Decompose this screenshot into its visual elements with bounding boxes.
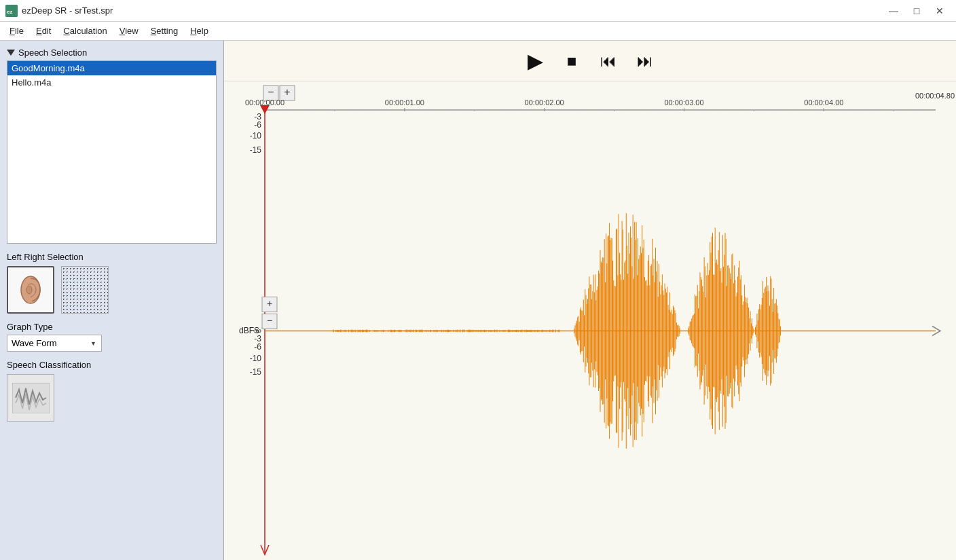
- ear-options: [7, 266, 217, 314]
- maximize-button[interactable]: □: [906, 3, 927, 19]
- graph-type-label: Graph Type: [7, 322, 217, 332]
- menu-calculation[interactable]: Calculation: [58, 24, 112, 38]
- menu-edit[interactable]: Edit: [31, 24, 56, 38]
- svg-point-3: [26, 286, 32, 294]
- speech-item-goodmorning[interactable]: GoodMorning.m4a: [7, 61, 216, 75]
- graph-type-select[interactable]: Wave Form Spectrum Spectrogram: [7, 335, 102, 352]
- speech-selection-section: Speech Selection GoodMorning.m4a Hello.m…: [7, 48, 217, 244]
- left-right-section: Left Right Selection: [7, 252, 217, 314]
- ear-right-button[interactable]: [61, 266, 109, 314]
- menu-bar: File Edit Calculation View Setting Help: [0, 22, 956, 41]
- rewind-button[interactable]: ⏮: [596, 49, 621, 73]
- window-controls: — □ ✕: [883, 3, 951, 19]
- stop-button[interactable]: ■: [559, 49, 584, 73]
- speech-class-box: [7, 374, 54, 422]
- forward-button[interactable]: ⏭: [633, 49, 657, 73]
- collapse-icon: [7, 50, 15, 56]
- main-layout: Speech Selection GoodMorning.m4a Hello.m…: [0, 41, 956, 560]
- close-button[interactable]: ✕: [929, 3, 951, 19]
- right-panel: ▶ ■ ⏮ ⏭: [224, 41, 956, 560]
- speech-selection-label: Speech Selection: [18, 48, 87, 58]
- transport-bar: ▶ ■ ⏮ ⏭: [224, 41, 956, 81]
- menu-view[interactable]: View: [114, 24, 144, 38]
- title-bar: ez ezDeep SR - srTest.spr — □ ✕: [0, 0, 956, 22]
- waveform-container: [224, 81, 956, 560]
- waveform-canvas[interactable]: [224, 81, 956, 560]
- svg-text:ez: ez: [7, 9, 12, 15]
- graph-type-section: Graph Type Wave Form Spectrum Spectrogra…: [7, 322, 217, 352]
- play-button[interactable]: ▶: [523, 49, 547, 73]
- speech-classification-section: Speech Classification: [7, 360, 217, 422]
- left-panel: Speech Selection GoodMorning.m4a Hello.m…: [0, 41, 224, 560]
- ear-icon: [16, 272, 46, 309]
- speech-selection-header: Speech Selection: [7, 48, 217, 58]
- menu-help[interactable]: Help: [185, 24, 214, 38]
- graph-type-select-wrapper: Wave Form Spectrum Spectrogram: [7, 335, 102, 352]
- menu-setting[interactable]: Setting: [145, 24, 183, 38]
- menu-file[interactable]: File: [4, 24, 29, 38]
- left-right-label: Left Right Selection: [7, 252, 217, 262]
- minimize-button[interactable]: —: [883, 3, 904, 19]
- title-bar-left: ez ezDeep SR - srTest.spr: [5, 5, 113, 17]
- speech-class-label: Speech Classification: [7, 360, 217, 370]
- speech-class-icon: [12, 383, 50, 413]
- ear-left-button[interactable]: [7, 266, 54, 314]
- window-title: ezDeep SR - srTest.spr: [22, 5, 113, 16]
- speech-item-hello[interactable]: Hello.m4a: [7, 75, 216, 90]
- app-icon: ez: [5, 5, 18, 17]
- speech-list[interactable]: GoodMorning.m4a Hello.m4a: [7, 60, 217, 244]
